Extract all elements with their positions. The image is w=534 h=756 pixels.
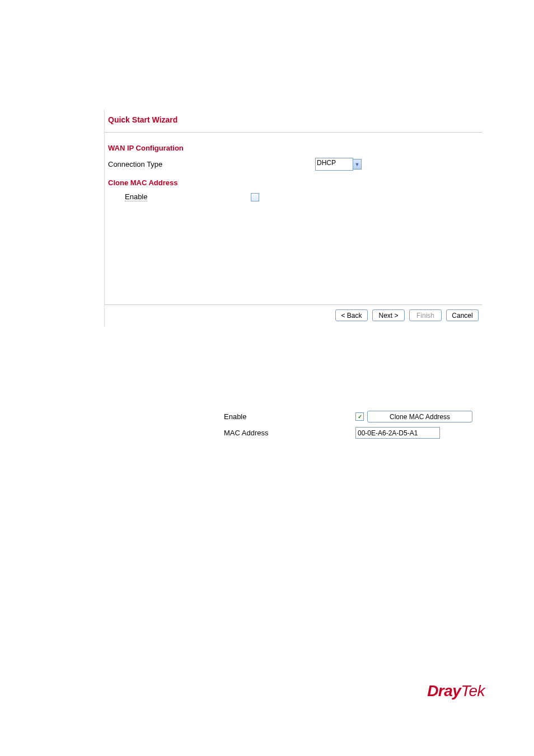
mac-address-input[interactable] — [355, 427, 440, 439]
enable-row: Enable — [105, 190, 482, 204]
wan-ip-section-title: WAN IP Configuration — [105, 133, 482, 156]
brand-light: Tek — [461, 682, 485, 699]
wizard-panel: Quick Start Wizard WAN IP Configuration … — [104, 110, 482, 327]
snippet-mac-row: MAC Address — [224, 427, 472, 439]
brand-bold: Dray — [427, 682, 461, 699]
snippet-mac-label: MAC Address — [224, 429, 355, 437]
clone-mac-detail-snippet: Enable ✓ Clone MAC Address MAC Address — [224, 411, 472, 443]
connection-type-row: Connection Type DHCP ▼ — [105, 156, 482, 173]
wizard-button-bar: < Back Next > Finish Cancel — [105, 304, 482, 327]
finish-button: Finish — [409, 309, 442, 321]
snippet-enable-checkbox[interactable]: ✓ — [355, 412, 364, 421]
chevron-down-icon[interactable]: ▼ — [353, 159, 362, 170]
clone-mac-section-title: Clone MAC Address — [105, 173, 482, 190]
connection-type-value[interactable]: DHCP — [315, 158, 353, 171]
snippet-enable-label: Enable — [224, 412, 355, 421]
clone-mac-button[interactable]: Clone MAC Address — [367, 411, 472, 422]
cancel-button[interactable]: Cancel — [446, 309, 479, 321]
wizard-title: Quick Start Wizard — [105, 110, 482, 133]
next-button[interactable]: Next > — [372, 309, 405, 321]
draytek-logo: DrayTek — [427, 682, 485, 700]
enable-checkbox[interactable] — [251, 193, 259, 201]
connection-type-label: Connection Type — [108, 160, 315, 168]
snippet-enable-row: Enable ✓ Clone MAC Address — [224, 411, 472, 422]
enable-label: Enable — [125, 192, 147, 201]
back-button[interactable]: < Back — [335, 309, 368, 321]
connection-type-select[interactable]: DHCP ▼ — [315, 158, 362, 171]
